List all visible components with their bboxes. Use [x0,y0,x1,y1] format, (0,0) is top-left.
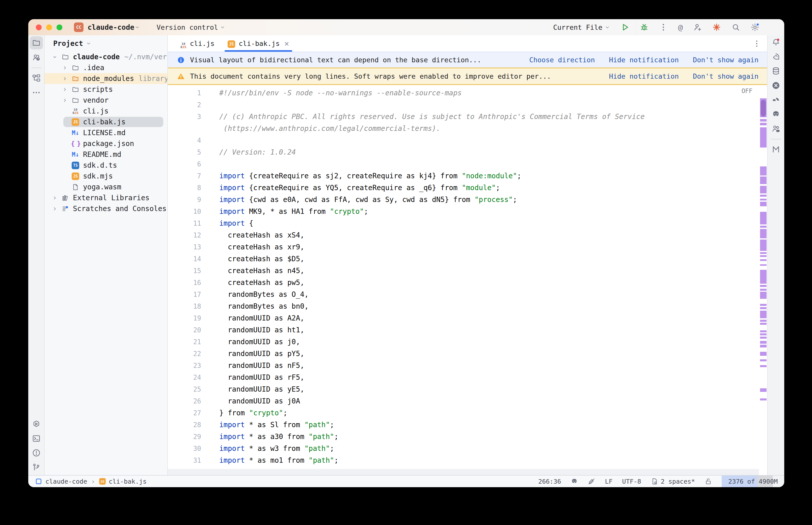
scrollbar-thumb[interactable] [761,100,766,117]
line-number: 10 [168,208,201,215]
settings-icon[interactable] [750,23,759,32]
more-icon[interactable] [30,86,43,99]
project-panel-title: Project [53,39,83,48]
scrollbar-change-mark [760,330,767,332]
run-icon[interactable] [620,23,630,32]
database-icon[interactable] [769,64,782,78]
tree-item-yoga-wasm[interactable]: yoga.wasm [45,182,167,192]
tree-item-scratches-and-consoles[interactable]: Scratches and Consoles [45,203,167,214]
scrollbar-change-mark [760,399,767,401]
line-number: 18 [168,303,201,310]
services-icon[interactable] [30,418,43,431]
highlighting-off-icon[interactable] [588,478,595,485]
run-configuration-selector[interactable]: Current File [553,24,610,31]
code-line: 26 randomUUID as j0A [168,395,767,407]
breadcrumb-file[interactable]: cli-bak.js [109,478,147,485]
tree-item-suffix: library [138,74,167,83]
chevron-right-icon[interactable] [60,65,70,71]
debug-icon[interactable] [640,23,649,32]
scrollbar-change-mark [760,289,767,291]
tree-item-sdk-d-ts[interactable]: TSsdk.d.ts [45,160,167,171]
md-icon: M↓ [70,129,81,136]
notifications-icon[interactable] [769,36,782,49]
tree-item-label: cli.js [83,107,108,115]
ai-spark-icon[interactable] [712,23,721,32]
tree-item-cli-bak-js[interactable]: JScli-bak.js [45,117,167,127]
project-widget[interactable]: claude-code [88,23,134,31]
scrollbar-change-mark [760,255,767,257]
hide-notification-link[interactable]: Hide notification [609,72,679,80]
chevron-right-icon[interactable] [50,206,60,212]
chevron-down-icon[interactable] [86,40,92,46]
line-number: 12 [168,231,201,239]
copilot-status-icon[interactable] [571,478,578,485]
memory-indicator[interactable]: 2376 of 4900M [722,476,784,487]
encoding-widget[interactable]: UTF-8 [622,478,641,485]
close-window-button[interactable] [36,25,42,30]
ai-assistant-icon[interactable] [769,50,782,63]
long-lines-notification-banner: This document contains very long lines. … [168,68,767,85]
divider [771,139,781,139]
folder-icon [70,64,81,72]
zoom-window-button[interactable] [57,25,62,30]
code-editor[interactable]: OFF 1#!/usr/bin/env -S node --no-warning… [168,85,767,475]
search-icon[interactable] [731,23,740,32]
terminal-icon[interactable] [30,432,43,445]
banner-message: This document contains very long lines. … [190,72,551,80]
tab-cli-js[interactable]: 100JS cli.js [174,35,221,52]
tree-item-external-libraries[interactable]: External Libraries [45,192,167,203]
caret-position[interactable]: 266:36 [538,478,561,485]
chevron-down-icon[interactable] [50,54,60,60]
problems-icon[interactable] [30,446,43,460]
indent-widget[interactable]: 2 spaces* [651,478,695,485]
horizontal-scrollbar[interactable] [168,469,759,475]
close-tab-icon[interactable]: × [284,40,289,48]
mentions-icon[interactable]: @ [678,24,683,31]
chevron-right-icon[interactable] [60,87,70,92]
lock-open-icon[interactable] [705,478,712,485]
line-number: 29 [168,433,201,440]
chevron-right-icon[interactable] [50,195,60,201]
json-icon: { } [70,140,81,147]
tree-item-package-json[interactable]: { }package.json [45,138,167,149]
line-separator-widget[interactable]: LF [605,478,612,485]
vcs-widget[interactable]: Version control [157,24,225,31]
dont-show-again-link[interactable]: Don't show again [693,56,758,64]
breadcrumb-project[interactable]: claude-code [45,478,87,485]
x-circle-icon[interactable] [769,79,782,92]
tab-cli-bak-js[interactable]: JS cli-bak.js × [221,35,296,52]
library-icon [60,194,71,202]
tree-item-sdk-mjs[interactable]: JSsdk.mjs [45,171,167,182]
structure-icon[interactable] [30,72,43,85]
highlighting-status[interactable]: OFF [742,88,752,94]
project-panel: Project claude-code~/.nvm/vers.ideanode_… [45,35,168,475]
choose-direction-link[interactable]: Choose direction [529,56,595,64]
tree-item-vendor[interactable]: vendor [45,95,167,106]
chevron-right-icon[interactable] [60,76,70,81]
tree-item-node-modules[interactable]: node_moduleslibrary [45,73,167,84]
code-text: randomUUID as ht1, [219,326,304,334]
title-bar: CC claude-code Version control Current F… [28,19,784,35]
tree-item-license-md[interactable]: M↓LICENSE.md [45,127,167,138]
editor-scrollbar[interactable] [759,85,767,475]
minimize-window-button[interactable] [46,25,52,30]
tree-item--idea[interactable]: .idea [45,62,167,73]
dont-show-again-link[interactable]: Don't show again [693,72,758,80]
tree-item-claude-code[interactable]: claude-code~/.nvm/vers [45,51,167,62]
more-v-icon[interactable] [659,23,668,32]
hide-notification-link[interactable]: Hide notification [609,56,679,64]
new-user-icon[interactable] [693,23,702,32]
copilot-icon[interactable] [769,108,782,121]
project-icon[interactable] [30,36,43,49]
code-with-me-icon[interactable] [769,122,782,135]
chevron-right-icon[interactable] [60,97,70,103]
tab-options-icon[interactable] [752,39,767,48]
scrollbar-change-mark [760,252,767,254]
plugin-icon[interactable] [769,93,782,106]
tree-item-scripts[interactable]: scripts [45,84,167,95]
m-plugin-icon[interactable] [769,143,782,156]
tree-item-cli-js[interactable]: 100JScli.js [45,106,167,117]
tree-item-readme-md[interactable]: M↓README.md [45,149,167,160]
users-help-icon[interactable]: ? [30,51,43,64]
git-branch-icon[interactable] [30,461,43,474]
